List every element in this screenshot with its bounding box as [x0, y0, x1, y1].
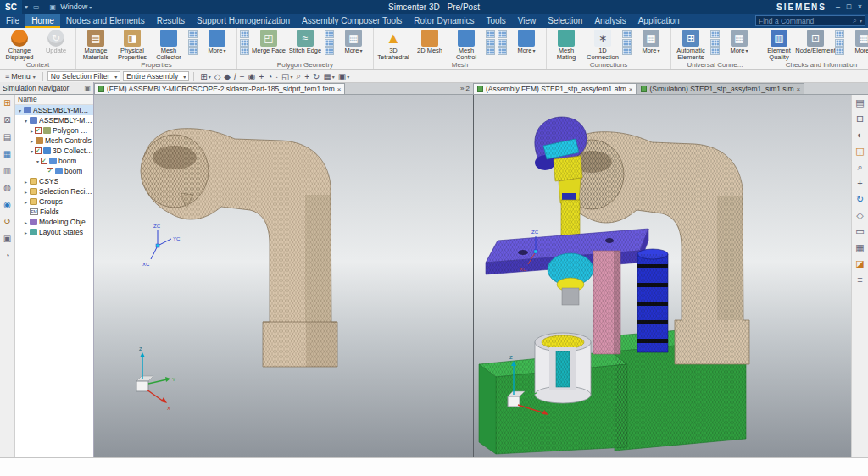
mini-tool-icon[interactable]	[498, 39, 507, 47]
document-tab-fem-assembly-microscope-2-slda[interactable]: (FEM) ASSEMBLY-MICROSCOPE-2.sldasm-Part-…	[94, 83, 345, 94]
select-filter-icon[interactable]: ⊡	[856, 114, 864, 124]
section-view-icon[interactable]: ◪	[855, 259, 864, 268]
clipboard-icon[interactable]: ▤	[855, 98, 864, 108]
ribbon-tab-home[interactable]: Home	[25, 14, 60, 28]
ribbon-tab-tools[interactable]: Tools	[480, 14, 511, 28]
tree-checkbox[interactable]: ✓	[41, 158, 47, 164]
tree-item-fields[interactable]: FMFields	[15, 207, 93, 217]
automatic-elements-button[interactable]: ⊞Automatic Elements	[673, 29, 709, 61]
existing-point-icon[interactable]: ∙	[274, 72, 280, 81]
mini-tool-icon[interactable]	[835, 30, 844, 38]
mini-tool-icon[interactable]	[710, 47, 720, 55]
tree-expander-icon[interactable]: ▸	[29, 128, 35, 134]
mini-tool-icon[interactable]	[486, 47, 495, 55]
menu-button[interactable]: ≡ Menu ▾	[3, 72, 38, 80]
selection-filter-combo[interactable]: No Selection Filter ▾	[47, 71, 120, 81]
pin-icon[interactable]: ▣	[84, 85, 91, 92]
mini-tool-icon[interactable]	[622, 39, 632, 47]
document-tab-assembly-fem-step1-stp-assyfem[interactable]: (Assembly FEM) STEP1_stp_assyfem1.afm×	[473, 83, 637, 94]
mini-tool-icon[interactable]	[188, 30, 198, 38]
tree-item-boom[interactable]: ✓boom	[15, 166, 93, 176]
tree-item-assembly-microsco[interactable]: ▾ASSEMBLY-MICROSCO	[15, 105, 93, 115]
mini-tool-icon[interactable]	[325, 47, 334, 55]
close-tab-icon[interactable]: ×	[797, 86, 801, 93]
work-plane-icon[interactable]: ◇	[213, 72, 223, 81]
render-style-icon[interactable]: ▦▾	[321, 72, 336, 81]
element-quality-button[interactable]: ▥Element Quality	[761, 29, 797, 61]
pan-icon[interactable]: +	[857, 179, 862, 188]
ribbon-tab-rotor-dynamics[interactable]: Rotor Dynamics	[408, 14, 480, 28]
snapshot-icon[interactable]: ▭	[855, 227, 864, 236]
assembly-viewport-canvas[interactable]: Z ZC XC	[474, 95, 851, 457]
quadrant-point-icon[interactable]: ◔	[265, 72, 274, 81]
app-logo[interactable]: SC	[0, 0, 22, 14]
more-button[interactable]: ▦More▾	[336, 29, 371, 61]
fem-viewport-canvas[interactable]: ZC YC XC Z Y X	[94, 95, 473, 457]
show-hide-icon[interactable]: ◐	[857, 130, 863, 140]
mini-tool-icon[interactable]	[325, 39, 334, 47]
close-tab-icon[interactable]: ×	[629, 86, 633, 93]
constraint-navigator-icon[interactable]: ⊠	[3, 116, 10, 125]
mini-tool-icon[interactable]	[188, 39, 198, 47]
find-command-input[interactable]	[759, 17, 850, 25]
reuse-library-icon[interactable]: ▥	[3, 167, 11, 175]
mini-tool-icon[interactable]	[240, 39, 249, 47]
part-navigator-icon[interactable]: ▤	[3, 133, 11, 141]
3d-tetrahedral-button[interactable]: ▲3D Tetrahedral	[376, 29, 411, 61]
mini-tool-icon[interactable]	[188, 47, 198, 55]
tree-item-mesh-controls[interactable]: ▸Mesh Controls	[15, 136, 93, 146]
fem-viewport[interactable]: ZC YC XC Z Y X	[94, 95, 473, 457]
more-button[interactable]: ▦More▾	[633, 29, 669, 61]
tree-expander-icon[interactable]: ▸	[23, 230, 29, 235]
point-on-curve-icon[interactable]: ◆	[222, 72, 232, 81]
ribbon-tab-file[interactable]: File	[0, 14, 25, 28]
quick-access-caret-icon[interactable]: ▾	[22, 3, 31, 11]
tree-expander-icon[interactable]: ▾	[23, 118, 29, 124]
tree-expander-icon[interactable]: ▸	[23, 219, 29, 225]
find-command-box[interactable]: ⌕ ▾	[755, 15, 865, 26]
intersection-point-icon[interactable]: +	[257, 72, 265, 81]
tree-item-layout-states[interactable]: ▸Layout States	[15, 227, 93, 237]
tree-expander-icon[interactable]: ▾	[35, 158, 41, 164]
end-point-icon[interactable]: /	[232, 72, 238, 81]
tree-checkbox[interactable]: ✓	[47, 168, 53, 174]
stitch-edge-button[interactable]: ≈Stitch Edge	[287, 29, 323, 61]
assembly-pink-column[interactable]	[593, 251, 620, 354]
mini-tool-icon[interactable]	[710, 39, 720, 47]
ribbon-tab-nodes-and-elements[interactable]: Nodes and Elements	[60, 14, 151, 28]
mini-tool-icon[interactable]	[622, 30, 632, 38]
change-displayed-part-button[interactable]: Change Displayed Part▾	[2, 29, 37, 61]
hd3d-tools-icon[interactable]: ◍	[3, 184, 11, 192]
tree-checkbox[interactable]: ✓	[35, 147, 42, 154]
close-button[interactable]: ×	[854, 3, 865, 11]
close-tab-icon[interactable]: ×	[337, 86, 342, 93]
wcs-triad[interactable]: ZC YC XC	[142, 224, 181, 267]
tree-item-3d-collectors[interactable]: ▾✓3D Collectors	[15, 146, 93, 156]
orient-view-icon[interactable]: ◇	[856, 211, 863, 220]
ribbon-tab-results[interactable]: Results	[151, 14, 191, 28]
1d-connection-button[interactable]: ∗1D Connection	[585, 29, 620, 61]
manage-materials-button[interactable]: ▤Manage Materials	[78, 29, 114, 61]
restore-button[interactable]: □	[843, 3, 854, 11]
node-element-button[interactable]: ⊡Node/Element	[798, 29, 833, 61]
web-browser-icon[interactable]: ◉	[3, 201, 11, 209]
more-button[interactable]: ▦More▾	[846, 29, 868, 61]
simulation-navigator-icon[interactable]: ▦	[3, 150, 11, 158]
window-layout-icon[interactable]: ▣▾	[337, 72, 351, 81]
document-tab-simulation-step1-stp-assyfem1-[interactable]: (Simulation) STEP1_stp_assyfem1_sim1.sim…	[637, 83, 804, 94]
touch-mode-icon[interactable]: ▭	[31, 3, 42, 11]
midpoint-icon[interactable]: −	[238, 72, 247, 81]
tree-item-polygon-geometr[interactable]: ▸✓Polygon Geometr	[15, 125, 93, 136]
zoom-icon[interactable]: ⌕	[295, 71, 303, 81]
more-button[interactable]: More▾	[199, 29, 235, 61]
fit-view-icon[interactable]: ◱	[855, 147, 864, 156]
history-icon[interactable]: ↺	[3, 218, 10, 226]
tree-expander-icon[interactable]: ▸	[23, 199, 29, 205]
minimize-button[interactable]: –	[832, 3, 843, 11]
fit-view-icon[interactable]: ◱▾	[280, 72, 294, 81]
mini-tool-icon[interactable]	[486, 30, 495, 38]
mesh-mating-button[interactable]: Mesh Mating	[548, 29, 584, 61]
tree-expander-icon[interactable]: ▸	[29, 138, 35, 144]
mini-tool-icon[interactable]	[622, 47, 632, 55]
fem-arm-model[interactable]	[141, 129, 337, 367]
